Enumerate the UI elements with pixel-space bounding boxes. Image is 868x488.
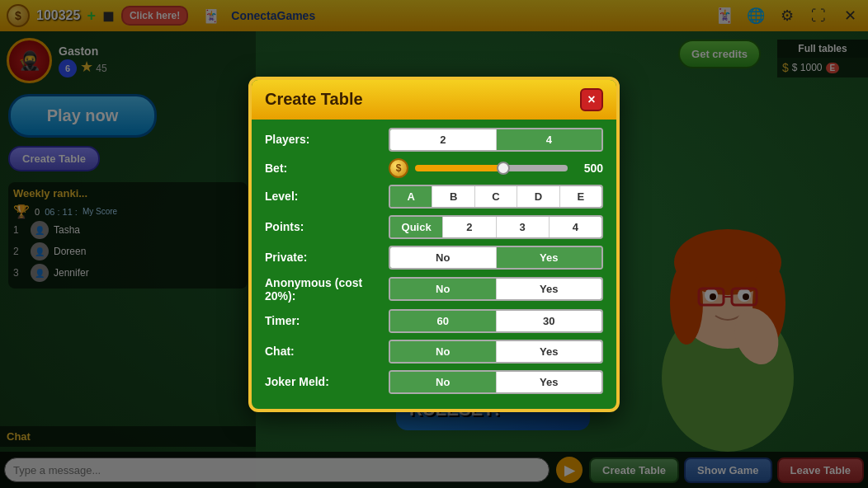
level-toggle: A B C D E: [389, 185, 603, 209]
bet-row: Bet: $ 500: [265, 158, 603, 178]
modal-header: Create Table ×: [252, 80, 616, 120]
level-option-c[interactable]: C: [475, 186, 517, 207]
level-option-e[interactable]: E: [560, 186, 601, 207]
modal-overlay: Create Table × Players: 2 4 Bet: $: [0, 0, 868, 488]
chat-toggle: No Yes: [389, 340, 603, 364]
private-label: Private:: [265, 251, 380, 264]
points-option-2[interactable]: 2: [443, 217, 496, 237]
anonymous-option-no[interactable]: No: [390, 279, 497, 299]
anonymous-row: Anonymous (cost 20%): No Yes: [265, 276, 603, 303]
level-option-a[interactable]: A: [390, 186, 432, 207]
modal-close-button[interactable]: ×: [580, 88, 603, 111]
players-toggle: 2 4: [389, 128, 603, 152]
players-option-2[interactable]: 2: [390, 129, 497, 150]
points-toggle: Quick 2 3 4: [389, 215, 603, 239]
joker-meld-option-yes[interactable]: Yes: [497, 372, 602, 392]
timer-row: Timer: 60 30: [265, 309, 603, 333]
modal-title: Create Table: [265, 90, 363, 109]
level-label: Level:: [265, 190, 380, 203]
bet-label: Bet:: [265, 162, 380, 175]
points-option-4[interactable]: 4: [550, 217, 601, 237]
private-option-no[interactable]: No: [390, 247, 497, 268]
private-row: Private: No Yes: [265, 246, 603, 270]
anonymous-option-yes[interactable]: Yes: [497, 279, 602, 299]
joker-meld-label: Joker Meld:: [265, 375, 380, 388]
chat-option-no[interactable]: No: [390, 341, 497, 362]
chat-option-yes[interactable]: Yes: [497, 341, 602, 362]
level-option-d[interactable]: D: [517, 186, 559, 207]
points-label: Points:: [265, 220, 380, 233]
level-row: Level: A B C D E: [265, 185, 603, 209]
create-table-modal: Create Table × Players: 2 4 Bet: $: [248, 77, 620, 412]
joker-meld-row: Joker Meld: No Yes: [265, 370, 603, 394]
anonymous-label: Anonymous (cost 20%):: [265, 276, 380, 303]
timer-option-30[interactable]: 30: [497, 311, 602, 331]
points-option-quick[interactable]: Quick: [390, 217, 443, 237]
timer-toggle: 60 30: [389, 309, 603, 333]
players-option-4[interactable]: 4: [497, 129, 602, 150]
joker-meld-toggle: No Yes: [389, 370, 603, 394]
level-option-b[interactable]: B: [432, 186, 474, 207]
anonymous-toggle: No Yes: [389, 277, 603, 301]
joker-meld-option-no[interactable]: No: [390, 372, 497, 392]
players-label: Players:: [265, 133, 380, 146]
bet-coin-icon: $: [389, 158, 408, 178]
private-option-yes[interactable]: Yes: [497, 247, 602, 268]
chat-row: Chat: No Yes: [265, 340, 603, 364]
timer-label: Timer:: [265, 314, 380, 327]
bet-slider[interactable]: [415, 165, 568, 171]
bet-slider-row: $ 500: [389, 158, 603, 178]
timer-option-60[interactable]: 60: [390, 311, 497, 331]
players-row: Players: 2 4: [265, 128, 603, 152]
private-toggle: No Yes: [389, 246, 603, 270]
bet-slider-thumb[interactable]: [497, 162, 510, 175]
points-row: Points: Quick 2 3 4: [265, 215, 603, 239]
points-option-3[interactable]: 3: [497, 217, 550, 237]
chat-label: Chat:: [265, 345, 380, 358]
modal-body: Players: 2 4 Bet: $ 500 Level: [252, 120, 616, 409]
bet-value: 500: [574, 162, 603, 175]
